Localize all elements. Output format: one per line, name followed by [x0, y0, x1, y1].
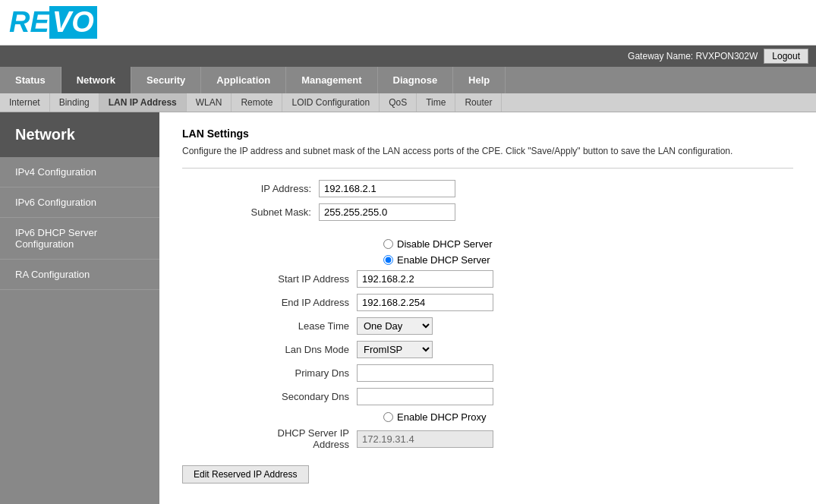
primary-dns-label: Primary Dns	[258, 367, 357, 379]
dhcp-server-ip-label: DHCP Server IP Address	[258, 427, 357, 450]
disable-dhcp-row: Disable DHCP Server	[383, 238, 793, 250]
end-ip-row: End IP Address	[258, 294, 793, 311]
lan-dns-row: Lan Dns Mode FromISP Manual	[258, 341, 793, 358]
logout-button[interactable]: Logout	[764, 49, 808, 64]
layout: Network IPv4 Configuration IPv6 Configur…	[0, 112, 816, 504]
gateway-name: Gateway Name: RVXPON302W	[628, 51, 758, 61]
subnet-mask-input[interactable]	[319, 203, 455, 221]
lan-dns-select[interactable]: FromISP Manual	[357, 341, 433, 358]
sidebar-item-ipv6[interactable]: IPv6 Configuration	[0, 187, 159, 218]
ip-address-input[interactable]	[319, 180, 455, 197]
enable-dhcp-row: Enable DHCP Server	[383, 254, 793, 266]
nav-status[interactable]: Status	[0, 67, 61, 93]
subnet-mask-row: Subnet Mask:	[182, 203, 793, 221]
sidebar-item-ipv6-dhcp[interactable]: IPv6 DHCP Server Configuration	[0, 218, 159, 260]
subnav-qos[interactable]: QoS	[380, 93, 417, 112]
sub-nav: Internet Binding LAN IP Address WLAN Rem…	[0, 93, 816, 112]
dhcp-server-ip-row: DHCP Server IP Address	[258, 427, 793, 450]
ip-address-row: IP Address:	[182, 180, 793, 197]
primary-dns-row: Primary Dns	[258, 364, 793, 382]
enable-dhcp-radio[interactable]	[383, 255, 393, 265]
logo-text: RE	[9, 6, 49, 39]
end-ip-input[interactable]	[357, 294, 493, 311]
sidebar-item-ra[interactable]: RA Configuration	[0, 260, 159, 290]
start-ip-label: Start IP Address	[258, 273, 357, 285]
end-ip-label: End IP Address	[258, 297, 357, 308]
logo-highlight: VO	[49, 6, 97, 39]
content: LAN Settings Configure the IP address an…	[159, 112, 816, 504]
enable-proxy-label: Enable DHCP Proxy	[397, 411, 487, 423]
proxy-ip-section: DHCP Server IP Address	[258, 427, 793, 450]
edit-reserved-button[interactable]: Edit Reserved IP Address	[182, 465, 309, 484]
disable-dhcp-radio[interactable]	[383, 239, 393, 249]
enable-proxy-row: Enable DHCP Proxy	[383, 411, 793, 423]
primary-dns-input[interactable]	[357, 364, 493, 382]
gateway-bar: Gateway Name: RVXPON302W Logout	[0, 46, 816, 67]
edit-reserved-section: Edit Reserved IP Address	[182, 465, 793, 484]
lease-time-label: Lease Time	[258, 320, 357, 332]
section-description: Configure the IP address and subnet mask…	[182, 146, 793, 156]
lease-time-row: Lease Time One Day Half Day Two Days One…	[258, 317, 793, 335]
section-title: LAN Settings	[182, 128, 793, 140]
dhcp-server-ip-input[interactable]	[357, 430, 493, 448]
lan-dns-label: Lan Dns Mode	[258, 344, 357, 355]
secondary-dns-row: Secondary Dns	[258, 388, 793, 405]
subnav-wlan[interactable]: WLAN	[187, 93, 232, 112]
subnav-internet[interactable]: Internet	[0, 93, 50, 112]
subnav-loid[interactable]: LOID Configuration	[282, 93, 380, 112]
header: REVO	[0, 0, 816, 46]
start-ip-input[interactable]	[357, 270, 493, 288]
nav-help[interactable]: Help	[453, 67, 506, 93]
dhcp-fields: Start IP Address End IP Address Lease Ti…	[258, 270, 793, 405]
sidebar-title: Network	[0, 112, 159, 157]
subnet-mask-label: Subnet Mask:	[182, 206, 319, 218]
subnav-router[interactable]: Router	[455, 93, 502, 112]
subnav-lan-ip-address[interactable]: LAN IP Address	[99, 93, 187, 112]
sidebar: Network IPv4 Configuration IPv6 Configur…	[0, 112, 159, 504]
secondary-dns-label: Secondary Dns	[258, 391, 357, 402]
main-nav: Status Network Security Application Mana…	[0, 67, 816, 93]
nav-security[interactable]: Security	[131, 67, 201, 93]
divider-top	[182, 168, 793, 169]
enable-proxy-radio[interactable]	[383, 412, 393, 422]
disable-dhcp-label: Disable DHCP Server	[397, 238, 492, 250]
subnav-remote[interactable]: Remote	[232, 93, 282, 112]
logo: REVO	[9, 6, 97, 39]
enable-dhcp-label: Enable DHCP Server	[397, 254, 490, 266]
lease-time-select[interactable]: One Day Half Day Two Days One Week	[357, 317, 433, 335]
nav-management[interactable]: Management	[286, 67, 377, 93]
nav-application[interactable]: Application	[201, 67, 286, 93]
subnav-binding[interactable]: Binding	[50, 93, 99, 112]
start-ip-row: Start IP Address	[258, 270, 793, 288]
nav-network[interactable]: Network	[61, 67, 131, 93]
sidebar-item-ipv4[interactable]: IPv4 Configuration	[0, 157, 159, 187]
ip-address-label: IP Address:	[182, 183, 319, 194]
nav-diagnose[interactable]: Diagnose	[378, 67, 454, 93]
subnav-time[interactable]: Time	[417, 93, 455, 112]
secondary-dns-input[interactable]	[357, 388, 493, 405]
